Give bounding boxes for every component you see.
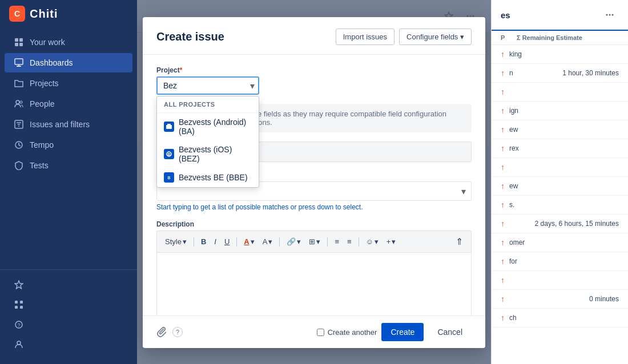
- style-dropdown-button[interactable]: Style ▾: [162, 236, 190, 248]
- help-circle-icon: ?: [14, 319, 24, 330]
- svg-point-21: [17, 341, 21, 345]
- emoji-button[interactable]: ☺ ▾: [363, 236, 382, 248]
- priority-icon: ↑: [501, 294, 505, 304]
- dropdown-header: All projects: [157, 96, 259, 113]
- table-row: ↑ omer: [492, 233, 628, 252]
- svg-text:B: B: [167, 152, 170, 156]
- import-issues-button[interactable]: Import issues: [336, 29, 394, 45]
- configure-fields-button[interactable]: Configure fields ▾: [399, 29, 472, 45]
- modal-header-actions: Import issues Configure fields ▾: [336, 29, 472, 45]
- create-another-checkbox[interactable]: [317, 329, 324, 336]
- project-select[interactable]: Bez: [156, 76, 259, 95]
- dropdown-item-bez[interactable]: B Bezvests (iOS) (BEZ): [157, 140, 259, 168]
- chevron-down-icon: ▾: [297, 237, 301, 246]
- sidebar-item-dashboards[interactable]: Dashboards: [5, 53, 132, 72]
- row-text: for: [509, 257, 517, 265]
- chevron-down-icon: ▾: [268, 237, 272, 246]
- table-button[interactable]: ⊞ ▾: [305, 236, 324, 248]
- row-text: ew: [509, 182, 518, 190]
- numbered-list-button[interactable]: ≡: [344, 236, 355, 248]
- toolbar-separator: [327, 237, 328, 246]
- modal-footer: ? Create another Create Cancel: [143, 316, 485, 348]
- create-issue-modal: Create issue Import issues Configure fie…: [143, 17, 485, 348]
- toolbar-separator: [236, 237, 237, 246]
- shield-icon: [14, 160, 24, 171]
- priority-icon: ↑: [501, 219, 505, 228]
- estimate-value: 2 days, 6 hours, 15 minutes: [535, 220, 619, 228]
- table-row: ↑: [492, 158, 628, 177]
- sidebar-item-tests[interactable]: Tests: [5, 156, 132, 175]
- row-text: ew: [509, 126, 518, 134]
- create-another-label[interactable]: Create another: [317, 328, 377, 337]
- italic-button[interactable]: I: [211, 236, 220, 248]
- right-panel-rows: ↑ king ↑ n 1 hour, 30 minutes ↑ ↑ ign ↑ …: [492, 45, 628, 327]
- create-button[interactable]: Create: [381, 323, 424, 341]
- right-panel-title: es: [501, 10, 510, 20]
- modal-overlay: Create issue Import issues Configure fie…: [137, 0, 491, 364]
- dropdown-item-bbe[interactable]: B Bezvests BE (BBE): [157, 168, 259, 187]
- sidebar-item-projects[interactable]: Projects: [5, 74, 132, 93]
- table-row: ↑ n 1 hour, 30 minutes: [492, 64, 628, 83]
- sidebar-item-tempo[interactable]: Tempo: [5, 135, 132, 155]
- dropdown-item-label: Bezvests BE (BBE): [179, 173, 248, 182]
- svg-point-32: [606, 14, 608, 16]
- svg-rect-17: [15, 306, 18, 309]
- svg-text:?: ?: [17, 322, 20, 328]
- underline-button[interactable]: U: [221, 236, 233, 248]
- dropdown-item-ba[interactable]: Bezvests (Android) (BA): [157, 113, 259, 140]
- description-label: Description: [156, 220, 472, 228]
- sidebar-item-user[interactable]: [5, 335, 132, 354]
- people-icon: [14, 99, 24, 109]
- dashboard-icon: [14, 58, 24, 68]
- estimate-value: 1 hour, 30 minutes: [562, 69, 619, 77]
- link-button[interactable]: 🔗 ▾: [283, 236, 304, 248]
- text-color-button[interactable]: A ▾: [240, 236, 257, 248]
- right-panel-more-button[interactable]: [601, 6, 619, 24]
- table-icon: ⊞: [309, 237, 315, 246]
- priority-icon: ↑: [501, 257, 505, 266]
- sidebar-item-apps[interactable]: [5, 295, 132, 314]
- components-hint: Start typing to get a list of possible m…: [156, 203, 472, 211]
- table-row: ↑ rex: [492, 139, 628, 158]
- table-row: ↑ s.: [492, 196, 628, 215]
- project-icon-ba: [164, 122, 174, 132]
- right-panel-column-header: P Σ Remaining Estimate: [492, 31, 628, 45]
- project-select-wrapper: Bez ▾ All projects Bezvests (Android) (B…: [156, 76, 259, 95]
- text-size-button[interactable]: A ▾: [259, 236, 276, 248]
- apps-icon: [14, 300, 24, 310]
- chevron-down-icon: ▾: [251, 237, 255, 246]
- priority-icon: ↑: [501, 181, 505, 191]
- sidebar-item-starred[interactable]: [5, 275, 132, 294]
- footer-help-icon[interactable]: ?: [172, 327, 183, 337]
- priority-icon: ↑: [501, 106, 505, 115]
- dropdown-item-label: Bezvests (iOS) (BEZ): [179, 145, 252, 163]
- sidebar-item-issues-filters[interactable]: Issues and filters: [5, 115, 132, 134]
- toolbar-separator: [194, 237, 194, 246]
- expand-button[interactable]: ⇑: [452, 234, 466, 249]
- sidebar: C Chiti Your work Dashboards Projects: [0, 0, 137, 364]
- footer-right: Create another Create Cancel: [317, 323, 472, 341]
- text-size-icon: A: [263, 237, 268, 246]
- svg-rect-15: [15, 301, 18, 304]
- bold-button[interactable]: B: [198, 236, 210, 248]
- attach-icon[interactable]: [156, 326, 168, 338]
- priority-icon: ↑: [501, 238, 505, 247]
- row-text: ch: [509, 314, 517, 322]
- svg-point-8: [20, 101, 22, 103]
- description-field: Description Style ▾ B I U: [156, 220, 472, 316]
- filter-icon: [14, 119, 24, 130]
- sidebar-item-your-work[interactable]: Your work: [5, 33, 132, 52]
- svg-point-34: [612, 14, 614, 16]
- sidebar-item-people[interactable]: People: [5, 94, 132, 114]
- svg-rect-16: [20, 301, 23, 304]
- project-label: Project*: [156, 66, 472, 74]
- cancel-button[interactable]: Cancel: [428, 323, 472, 341]
- table-row: ↑ 0 minutes: [492, 290, 628, 309]
- editor-toolbar: Style ▾ B I U A ▾: [156, 230, 472, 252]
- modal-body: Project* Bez ▾ All projects: [143, 55, 485, 316]
- sidebar-item-help[interactable]: ?: [5, 315, 132, 334]
- more-options-button[interactable]: + ▾: [383, 236, 400, 248]
- bullet-list-button[interactable]: ≡: [331, 236, 343, 248]
- table-row: ↑: [492, 271, 628, 290]
- description-editor[interactable]: [156, 252, 472, 316]
